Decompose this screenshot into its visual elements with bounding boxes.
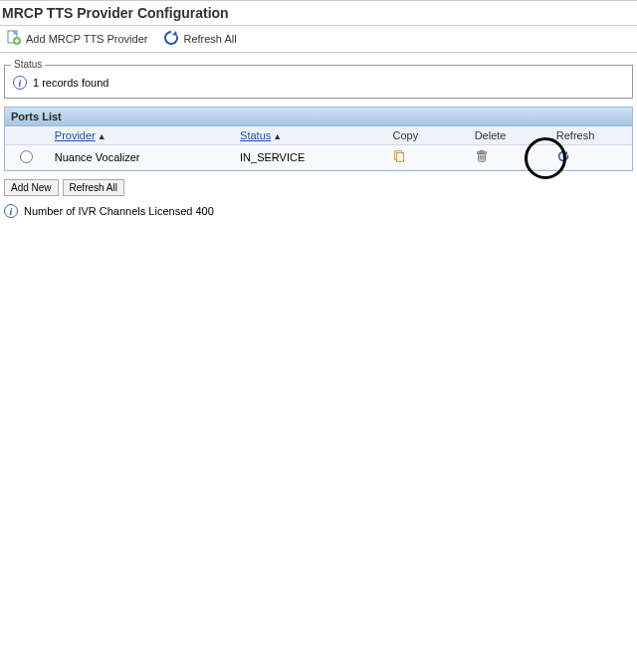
row-status: IN_SERVICE xyxy=(234,145,386,170)
col-status[interactable]: Status▲ xyxy=(234,126,386,145)
licensed-text: Number of IVR Channels Licensed 400 xyxy=(24,205,214,217)
col-provider[interactable]: Provider▲ xyxy=(49,126,234,145)
add-document-icon xyxy=(6,30,22,48)
ports-table: Provider▲ Status▲ Copy Delete Refresh Nu… xyxy=(5,126,632,170)
bottom-buttons: Add New Refresh All xyxy=(4,179,633,196)
refresh-all-button[interactable]: Refresh All xyxy=(163,30,236,48)
refresh-all-bottom-button[interactable]: Refresh All xyxy=(63,179,124,196)
add-provider-button[interactable]: Add MRCP TTS Provider xyxy=(6,30,147,48)
sort-asc-icon: ▲ xyxy=(98,131,106,141)
svg-rect-3 xyxy=(397,153,404,162)
ports-list-panel: Ports List Provider▲ Status▲ Copy Delete… xyxy=(4,107,633,171)
ports-list-title: Ports List xyxy=(5,108,632,126)
toolbar: Add MRCP TTS Provider Refresh All xyxy=(0,25,637,53)
refresh-row-icon[interactable] xyxy=(556,149,570,163)
provider-sort-link[interactable]: Provider xyxy=(55,129,96,141)
status-fieldset: Status i 1 records found xyxy=(4,65,633,99)
table-row: Nuance Vocalizer IN_SERVICE xyxy=(5,145,632,170)
refresh-icon xyxy=(163,30,179,48)
row-select-radio[interactable] xyxy=(20,150,33,163)
col-select xyxy=(5,126,49,145)
col-refresh: Refresh xyxy=(550,126,632,145)
row-provider[interactable]: Nuance Vocalizer xyxy=(49,145,234,170)
footer-info: i Number of IVR Channels Licensed 400 xyxy=(4,204,633,218)
col-delete: Delete xyxy=(469,126,550,145)
copy-icon[interactable] xyxy=(392,149,406,163)
svg-rect-6 xyxy=(480,150,484,152)
col-copy: Copy xyxy=(386,126,468,145)
info-icon: i xyxy=(4,204,18,218)
add-new-button[interactable]: Add New xyxy=(4,179,59,196)
status-message: 1 records found xyxy=(33,77,108,89)
page-title: MRCP TTS Provider Configuration xyxy=(0,0,637,25)
sort-asc-icon: ▲ xyxy=(273,131,282,141)
delete-icon[interactable] xyxy=(475,149,489,163)
status-legend: Status xyxy=(11,59,45,70)
status-sort-link[interactable]: Status xyxy=(240,129,271,141)
add-provider-label: Add MRCP TTS Provider xyxy=(26,33,147,45)
refresh-all-label: Refresh All xyxy=(183,33,236,45)
info-icon: i xyxy=(13,76,27,90)
